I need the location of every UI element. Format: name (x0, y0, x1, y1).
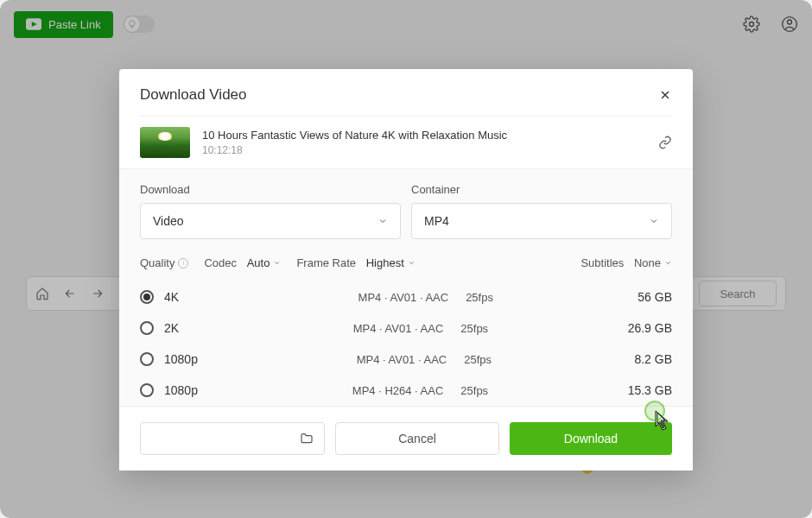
quality-option[interactable]: 1080p MP4 · H264 · AAC 25fps 15.3 GB (140, 375, 672, 406)
framerate-filter[interactable]: Frame Rate Highest (296, 256, 415, 269)
quality-option[interactable]: 1080p MP4 · AV01 · AAC 25fps 8.2 GB (140, 344, 672, 375)
cancel-button[interactable]: Cancel (335, 422, 499, 455)
download-type-select[interactable]: Video (140, 203, 401, 239)
chevron-down-icon (664, 259, 672, 267)
codec-filter[interactable]: Codec Auto (204, 256, 281, 269)
quality-label: Quality i (140, 256, 188, 269)
download-button[interactable]: Download (510, 422, 672, 455)
close-icon[interactable] (658, 88, 672, 102)
download-type-label: Download (140, 183, 401, 196)
option-fps: 25fps (464, 353, 533, 366)
radio-icon (140, 321, 154, 335)
option-size: 26.9 GB (628, 321, 672, 335)
option-fps: 25fps (460, 322, 530, 335)
download-modal: Download Video 10 Hours Fantastic Views … (119, 69, 693, 471)
video-thumbnail (140, 127, 190, 158)
option-fps: 25fps (460, 384, 530, 397)
option-size: 15.3 GB (628, 383, 672, 397)
option-size: 56 GB (638, 290, 672, 304)
option-resolution: 4K (164, 290, 216, 304)
radio-icon (140, 290, 154, 304)
folder-icon (300, 432, 314, 445)
container-value: MP4 (424, 214, 449, 228)
option-codec: MP4 · AV01 · AAC (317, 353, 447, 366)
chevron-down-icon (273, 259, 281, 267)
modal-title: Download Video (140, 86, 247, 104)
chevron-down-icon (649, 216, 659, 226)
option-codec: MP4 · AV01 · AAC (314, 322, 443, 335)
video-title: 10 Hours Fantastic Views of Nature 4K wi… (202, 129, 646, 143)
video-duration: 10:12:18 (202, 144, 646, 156)
info-icon[interactable]: i (178, 258, 188, 268)
link-icon[interactable] (658, 136, 672, 149)
chevron-down-icon (377, 216, 388, 226)
radio-icon (140, 383, 154, 397)
option-codec: MP4 · AV01 · AAC (319, 291, 448, 304)
radio-icon (140, 352, 154, 366)
output-folder-input[interactable] (140, 422, 325, 455)
download-type-value: Video (153, 214, 184, 228)
container-select[interactable]: MP4 (411, 203, 672, 239)
option-codec: MP4 · H264 · AAC (314, 384, 443, 397)
option-resolution: 1080p (164, 383, 216, 397)
option-resolution: 1080p (164, 352, 216, 366)
quality-option[interactable]: 2K MP4 · AV01 · AAC 25fps 26.9 GB (140, 313, 672, 344)
chevron-down-icon (408, 259, 416, 267)
option-resolution: 2K (164, 321, 216, 335)
option-size: 8.2 GB (634, 352, 672, 366)
container-label: Container (411, 183, 672, 196)
quality-option[interactable]: 4K MP4 · AV01 · AAC 25fps 56 GB (140, 281, 672, 313)
option-fps: 25fps (466, 291, 535, 304)
subtitles-filter[interactable]: Subtitles None (580, 256, 672, 269)
